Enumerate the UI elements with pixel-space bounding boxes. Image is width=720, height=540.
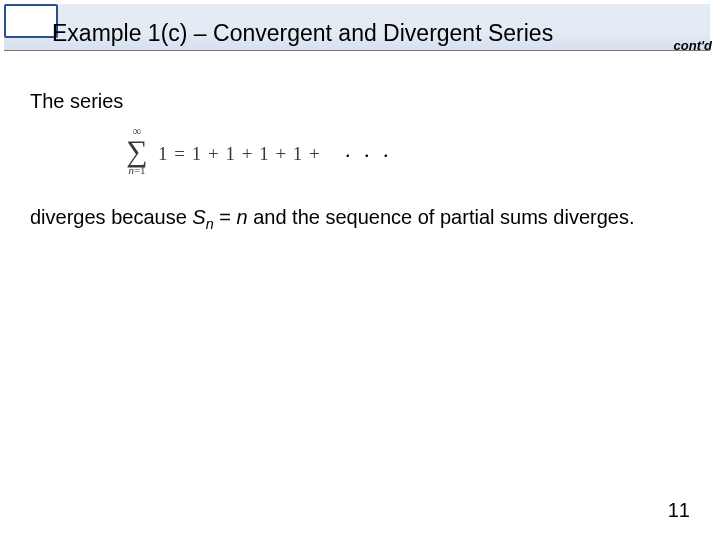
slide-title: Example 1(c) – Convergent and Divergent …: [52, 20, 553, 47]
explanation-text: diverges because Sn = n and the sequence…: [30, 205, 670, 233]
logo-block: [4, 4, 58, 38]
ellipsis: · · ·: [345, 143, 393, 169]
para-mid2: and the sequence of partial sums diverge…: [248, 206, 635, 228]
sigma-block: ∞ ∑ n=1: [120, 125, 154, 179]
intro-text: The series: [30, 90, 123, 113]
page-number: 11: [668, 499, 690, 522]
para-mid1: =: [214, 206, 237, 228]
subscript-n: n: [206, 216, 214, 232]
series-expansion: 1 = 1 + 1 + 1 + 1 +: [158, 143, 321, 165]
sigma-symbol: ∑: [120, 137, 154, 165]
sigma-lower-limit: n=1: [120, 165, 154, 176]
header-rule: [4, 50, 710, 51]
continued-label: cont'd: [674, 38, 712, 53]
para-pre: diverges because: [30, 206, 192, 228]
symbol-n: n: [236, 206, 247, 228]
symbol-S: S: [192, 206, 205, 228]
series-formula: ∞ ∑ n=1 1 = 1 + 1 + 1 + 1 + · · ·: [120, 125, 420, 185]
